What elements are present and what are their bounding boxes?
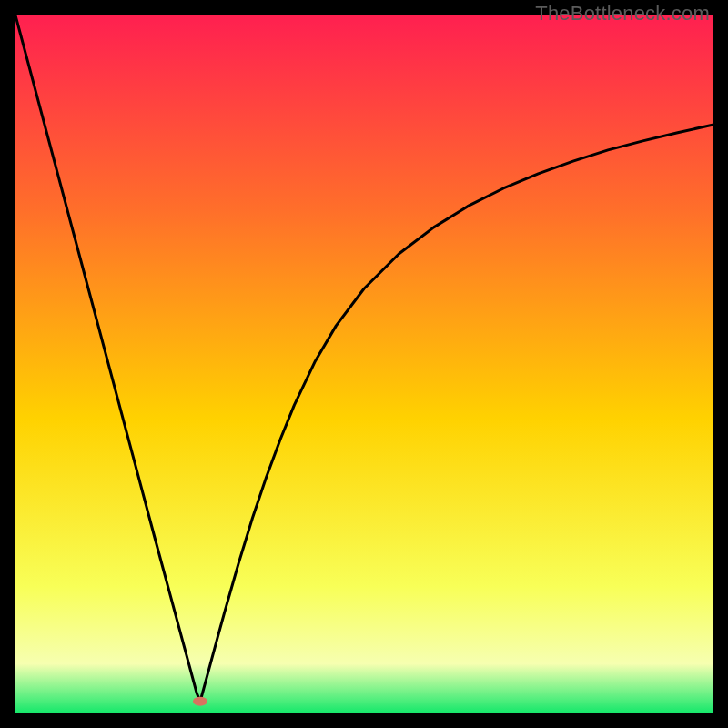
plot-svg — [15, 15, 713, 713]
gradient-background — [15, 15, 713, 713]
plot-frame — [15, 15, 713, 713]
watermark-text: TheBottleneck.com — [535, 2, 710, 25]
notch-marker — [193, 697, 207, 706]
